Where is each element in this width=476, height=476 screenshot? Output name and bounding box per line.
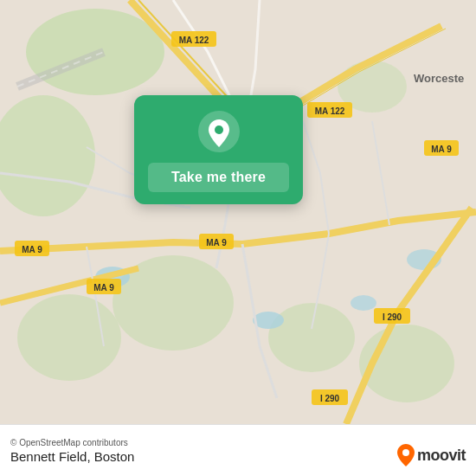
svg-point-30 bbox=[215, 125, 223, 134]
popup-card: Take me there bbox=[134, 95, 303, 204]
svg-text:I 290: I 290 bbox=[383, 312, 402, 322]
map-container: MA 122 MA 122 MA 9 MA 9 MA 9 I 290 I 290… bbox=[0, 0, 476, 424]
moovit-label: moovit bbox=[417, 447, 466, 465]
svg-text:MA 9: MA 9 bbox=[93, 283, 114, 293]
svg-point-31 bbox=[402, 449, 409, 456]
svg-point-4 bbox=[268, 303, 355, 372]
take-me-there-button[interactable]: Take me there bbox=[148, 163, 289, 192]
svg-text:I 290: I 290 bbox=[320, 394, 340, 403]
svg-point-6 bbox=[17, 294, 121, 381]
svg-text:MA 9: MA 9 bbox=[206, 238, 227, 248]
map-background: MA 122 MA 122 MA 9 MA 9 MA 9 I 290 I 290… bbox=[0, 0, 476, 424]
location-pin-icon bbox=[198, 111, 240, 152]
svg-text:MA 122: MA 122 bbox=[315, 106, 345, 116]
svg-text:MA 122: MA 122 bbox=[179, 35, 209, 45]
svg-text:MA 9: MA 9 bbox=[431, 145, 452, 154]
bottom-bar: © OpenStreetMap contributors Bennett Fie… bbox=[0, 424, 476, 476]
svg-text:MA 9: MA 9 bbox=[22, 245, 42, 254]
svg-point-10 bbox=[351, 295, 376, 311]
moovit-pin-icon bbox=[396, 443, 415, 467]
moovit-logo: moovit bbox=[396, 443, 466, 467]
svg-text:Worceste: Worceste bbox=[414, 72, 464, 85]
